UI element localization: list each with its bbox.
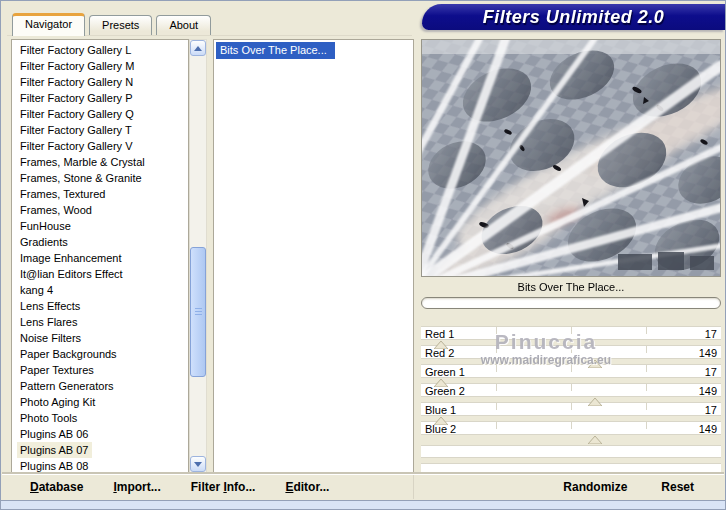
filter-info-button[interactable]: Filter Info... xyxy=(191,480,256,494)
slider-row: Blue 2149 xyxy=(421,421,721,440)
list-item[interactable]: Filter Factory Gallery L xyxy=(12,42,188,58)
list-item[interactable]: Filter Factory Gallery Q xyxy=(12,106,188,122)
list-item[interactable]: It@lian Editors Effect xyxy=(12,266,188,282)
slider-tick xyxy=(571,365,572,372)
footer-left-group: DatabaseImport...Filter Info...Editor... xyxy=(2,475,414,499)
slider-row: Blue 117 xyxy=(421,402,721,421)
slider-tick xyxy=(496,422,497,429)
slider-value: 149 xyxy=(699,423,717,435)
slider-tick xyxy=(571,384,572,391)
slider-value: 149 xyxy=(699,347,717,359)
window-title: Filters Unlimited 2.0 xyxy=(483,7,665,28)
selected-category: Plugins AB 07 xyxy=(17,442,92,458)
slider-tick xyxy=(496,403,497,410)
slider-thumb[interactable] xyxy=(588,396,602,404)
slider-thumb[interactable] xyxy=(588,434,602,442)
list-item[interactable]: Filter Factory Gallery N xyxy=(12,74,188,90)
list-item[interactable]: FunHouse xyxy=(12,218,188,234)
editor-button[interactable]: Editor... xyxy=(285,480,329,494)
slider-tick xyxy=(571,403,572,410)
category-list-scrollbar[interactable] xyxy=(189,39,207,473)
slider-tick xyxy=(571,422,572,429)
slider-tick xyxy=(496,384,497,391)
scrollbar-thumb[interactable] xyxy=(190,247,206,377)
list-item[interactable]: Filter Factory Gallery M xyxy=(12,58,188,74)
slider-thumb[interactable] xyxy=(588,358,602,366)
chevron-up-icon xyxy=(194,46,202,51)
list-item[interactable]: Pattern Generators xyxy=(12,378,188,394)
scrollbar-grip-icon xyxy=(195,308,202,309)
list-item[interactable]: Paper Textures xyxy=(12,362,188,378)
slider-tick xyxy=(646,384,647,391)
slider-row-empty xyxy=(421,445,721,458)
list-item[interactable]: Noise Filters xyxy=(12,330,188,346)
slider-value: 17 xyxy=(705,366,717,378)
preview-panel: Bits Over The Place... Red 117Red 2149Gr… xyxy=(421,39,721,475)
category-list[interactable]: Filter Factory Gallery LFilter Factory G… xyxy=(11,39,189,473)
filter-list-item[interactable]: Bits Over The Place... xyxy=(216,42,335,59)
slider-track-blue-1[interactable]: Blue 117 xyxy=(421,402,721,416)
preview-caption: Bits Over The Place... xyxy=(421,277,721,297)
slider-row: Green 2149 xyxy=(421,383,721,402)
chevron-down-icon xyxy=(194,462,202,467)
tab-presets[interactable]: Presets xyxy=(89,15,152,35)
preview-frame xyxy=(421,39,721,277)
title-banner: Filters Unlimited 2.0 xyxy=(422,4,725,30)
list-item[interactable]: Frames, Wood xyxy=(12,202,188,218)
list-item[interactable]: Image Enhancement xyxy=(12,250,188,266)
slider-track-green-2[interactable]: Green 2149 xyxy=(421,383,721,397)
tab-navigator[interactable]: Navigator xyxy=(12,13,85,36)
list-item[interactable]: Lens Flares xyxy=(12,314,188,330)
slider-tick xyxy=(646,327,647,334)
slider-track-green-1[interactable]: Green 117 xyxy=(421,364,721,378)
slider-row: Red 117 xyxy=(421,326,721,345)
filter-list[interactable]: Bits Over The Place... xyxy=(213,39,414,473)
list-item[interactable]: Photo Tools xyxy=(12,410,188,426)
slider-thumb[interactable] xyxy=(434,377,448,385)
slider-track-red-2[interactable]: Red 2149 xyxy=(421,345,721,359)
list-item[interactable]: Paper Backgrounds xyxy=(12,346,188,362)
filters-unlimited-dialog: NavigatorPresetsAbout Filters Unlimited … xyxy=(0,0,726,510)
list-item[interactable]: Frames, Stone & Granite xyxy=(12,170,188,186)
list-item[interactable]: Filter Factory Gallery P xyxy=(12,90,188,106)
reset-button[interactable]: Reset xyxy=(661,480,694,494)
footer-bar: DatabaseImport...Filter Info...Editor...… xyxy=(2,474,724,499)
preview-image xyxy=(422,40,720,276)
slider-row: Green 117 xyxy=(421,364,721,383)
list-item[interactable]: Plugins AB 07 xyxy=(12,442,188,458)
randomize-button[interactable]: Randomize xyxy=(563,480,627,494)
list-item[interactable]: Filter Factory Gallery V xyxy=(12,138,188,154)
progress-bar xyxy=(421,297,721,309)
slider-thumb[interactable] xyxy=(434,339,448,347)
slider-tick xyxy=(646,346,647,353)
slider-value: 17 xyxy=(705,328,717,340)
list-item[interactable]: Lens Effects xyxy=(12,298,188,314)
slider-tick xyxy=(571,346,572,353)
slider-tick xyxy=(496,365,497,372)
slider-track-blue-2[interactable]: Blue 2149 xyxy=(421,421,721,435)
slider-value: 149 xyxy=(699,385,717,397)
window-bottom-edge xyxy=(1,500,725,509)
slider-tick xyxy=(646,403,647,410)
list-item[interactable]: Filter Factory Gallery T xyxy=(12,122,188,138)
scroll-up-button[interactable] xyxy=(190,40,206,56)
list-item[interactable]: Plugins AB 08 xyxy=(12,458,188,473)
list-item[interactable]: Frames, Marble & Crystal xyxy=(12,154,188,170)
slider-thumb[interactable] xyxy=(434,415,448,423)
import-button[interactable]: Import... xyxy=(113,480,160,494)
slider-row: Red 2149 xyxy=(421,345,721,364)
slider-tick xyxy=(646,422,647,429)
slider-tick xyxy=(496,327,497,334)
slider-tick xyxy=(646,365,647,372)
list-item[interactable]: Frames, Textured xyxy=(12,186,188,202)
footer-right-group: RandomizeReset xyxy=(414,475,724,499)
slider-value: 17 xyxy=(705,404,717,416)
list-item[interactable]: Gradients xyxy=(12,234,188,250)
slider-track-red-1[interactable]: Red 117 xyxy=(421,326,721,340)
list-item[interactable]: kang 4 xyxy=(12,282,188,298)
scroll-down-button[interactable] xyxy=(190,456,206,472)
database-button[interactable]: Database xyxy=(30,480,83,494)
list-item[interactable]: Photo Aging Kit xyxy=(12,394,188,410)
tab-about[interactable]: About xyxy=(156,15,211,35)
list-item[interactable]: Plugins AB 06 xyxy=(12,426,188,442)
